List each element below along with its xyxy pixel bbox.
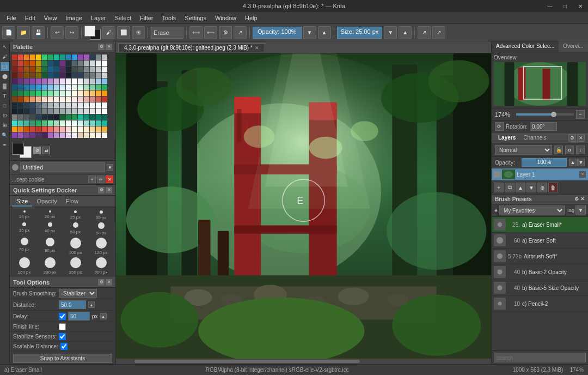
palette-swatch[interactable] [60, 120, 65, 126]
palette-swatch[interactable] [36, 126, 41, 132]
layer-alpha-button[interactable]: α [565, 146, 574, 154]
brush-preset-item[interactable]: 40b) Basic-2 Opacity [492, 264, 588, 280]
palette-swatch[interactable] [30, 108, 35, 114]
brush-size-item[interactable]: 40 px [38, 221, 62, 235]
layer-options-button[interactable]: ✕ [579, 171, 586, 178]
palette-swatch[interactable] [60, 126, 65, 132]
flow-button[interactable]: ↗ [432, 26, 445, 39]
layers-close-button[interactable]: ✕ [577, 134, 585, 142]
rotation-icon[interactable]: ⟳ [495, 122, 504, 131]
palette-swatch[interactable] [24, 61, 29, 66]
palette-swatch[interactable] [12, 78, 17, 84]
palette-swatch[interactable] [54, 72, 59, 78]
palette-swatch[interactable] [18, 84, 23, 90]
palette-swatch[interactable] [24, 66, 29, 72]
palette-settings-button[interactable]: ⚙ [98, 44, 105, 50]
palette-swatch[interactable] [42, 108, 47, 114]
palette-swatch[interactable] [36, 90, 41, 96]
palette-swatch[interactable] [36, 114, 41, 120]
brush-size-item[interactable]: 250 px [63, 256, 88, 275]
palette-swatch[interactable] [66, 84, 71, 90]
pointer-tool[interactable]: ↖ [1, 43, 9, 51]
palette-swatch[interactable] [36, 120, 41, 126]
brush-edit-button[interactable]: ✏ [97, 176, 105, 183]
palette-swatch[interactable] [48, 55, 53, 60]
palette-swatch[interactable] [18, 72, 23, 78]
palette-swatch[interactable] [96, 78, 101, 84]
palette-swatch[interactable] [90, 114, 95, 120]
palette-swatch[interactable] [84, 102, 89, 108]
opacity-value[interactable]: 100% [522, 158, 567, 167]
palette-swatch[interactable] [54, 108, 59, 114]
palette-swatch[interactable] [24, 90, 29, 96]
palette-swatch[interactable] [60, 84, 65, 90]
palette-swatch[interactable] [48, 126, 53, 132]
delay-checkbox[interactable] [59, 313, 66, 320]
palette-swatch[interactable] [48, 66, 53, 72]
palette-swatch[interactable] [30, 96, 35, 102]
palette-swatch[interactable] [36, 78, 41, 84]
palette-swatch[interactable] [102, 126, 107, 132]
palette-swatch[interactable] [84, 66, 89, 72]
brush-size-item[interactable]: 120 px [89, 237, 113, 255]
palette-swatch[interactable] [12, 102, 17, 108]
pressure-button[interactable]: ↗ [418, 26, 431, 39]
palette-swatch[interactable] [12, 108, 17, 114]
palette-swatch[interactable] [42, 114, 47, 120]
palette-swatch[interactable] [42, 132, 47, 138]
brush-search-input[interactable] [494, 353, 586, 362]
blend-mode-select[interactable]: Normal [495, 145, 552, 155]
scalable-distance-checkbox[interactable] [60, 343, 68, 350]
palette-swatch[interactable] [18, 55, 23, 60]
palette-swatch[interactable] [102, 120, 107, 126]
zoom-slider[interactable] [516, 113, 574, 116]
palette-swatch[interactable] [30, 102, 35, 108]
palette-swatch[interactable] [78, 102, 83, 108]
palette-swatch[interactable] [96, 90, 101, 96]
palette-swatch[interactable] [48, 90, 53, 96]
add-layer-button[interactable]: + [494, 183, 504, 192]
palette-swatch[interactable] [60, 114, 65, 120]
palette-swatch[interactable] [72, 66, 77, 72]
palette-swatch[interactable] [42, 126, 47, 132]
palette-swatch[interactable] [24, 102, 29, 108]
palette-swatch[interactable] [84, 114, 89, 120]
open-button[interactable]: 📁 [17, 26, 30, 39]
palette-swatch[interactable] [18, 78, 23, 84]
canvas-container[interactable]: E [116, 53, 491, 364]
palette-swatch[interactable] [30, 126, 35, 132]
palette-swatch[interactable] [48, 78, 53, 84]
palette-swatch[interactable] [12, 55, 17, 60]
palette-swatch[interactable] [72, 72, 77, 78]
menu-item-edit[interactable]: Edit [21, 14, 40, 22]
wrap-button[interactable]: ↗ [234, 26, 247, 39]
palette-swatch[interactable] [36, 108, 41, 114]
palette-swatch[interactable] [12, 132, 17, 138]
palette-swatch[interactable] [30, 132, 35, 138]
palette-swatch[interactable] [42, 102, 47, 108]
palette-swatch[interactable] [84, 72, 89, 78]
palette-swatch[interactable] [60, 132, 65, 138]
palette-swatch[interactable] [102, 114, 107, 120]
palette-swatch[interactable] [42, 96, 47, 102]
brush-group-select[interactable]: My Favorites [499, 205, 565, 215]
palette-swatch[interactable] [30, 66, 35, 72]
new-button[interactable]: 📄 [2, 26, 15, 39]
brush-size-item[interactable]: 30 px [89, 209, 113, 220]
crop-tool[interactable]: ⊡ [1, 111, 9, 120]
fill-tool[interactable]: ⬤ [1, 72, 9, 81]
brush-options-button[interactable]: ⚙ [219, 26, 232, 39]
palette-swatch[interactable] [54, 84, 59, 90]
layer-lock-button[interactable]: 🔒 [554, 146, 563, 154]
palette-swatch[interactable] [96, 108, 101, 114]
brush-add-button[interactable]: + [88, 176, 96, 183]
palette-swatch[interactable] [96, 114, 101, 120]
palette-swatch[interactable] [102, 108, 107, 114]
palette-swatch[interactable] [42, 55, 47, 60]
palette-swatch[interactable] [90, 132, 95, 138]
palette-swatch[interactable] [24, 96, 29, 102]
palette-swatch[interactable] [84, 55, 89, 60]
qs-close-button[interactable]: ✕ [106, 187, 112, 193]
zoom-tool[interactable]: 🔍 [1, 131, 9, 140]
opacity-down-button[interactable]: ▼ [303, 26, 316, 39]
